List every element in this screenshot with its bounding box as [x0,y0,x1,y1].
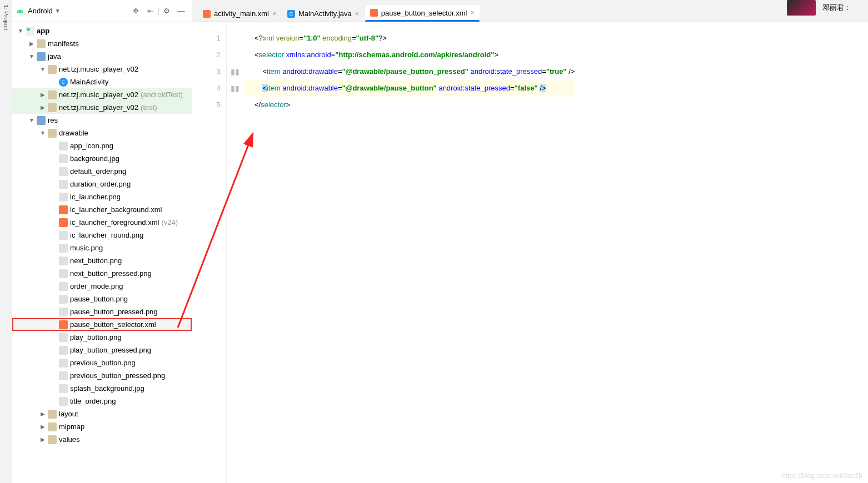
tree-file[interactable]: play_button_pressed.png [12,344,192,356]
image-file-icon [59,180,68,189]
image-file-icon [59,333,68,342]
file-label: default_order.png [70,167,126,175]
file-label: pause_button_selector.xml [70,320,156,329]
tree-node-drawable[interactable]: ▼drawable [12,127,192,139]
tree-file[interactable]: next_button_pressed.png [12,267,192,280]
image-file-icon [59,193,68,202]
project-view-dropdown[interactable]: Android ▼ [28,7,61,15]
project-pane: Android ▼ ✥ ⇤ | ⚙ — ▼app ▶manifests ▼jav… [0,0,192,483]
file-label: next_button.png [70,256,122,265]
tree-file[interactable]: ic_launcher_foreground.xml(v24) [12,216,192,229]
image-file-icon [59,244,68,253]
package-icon [48,90,57,99]
image-file-icon [59,256,68,265]
code-editor[interactable]: 12345 ▮▮▮▮ <?xml version="1.0" encoding=… [192,22,868,483]
tree-file[interactable]: pause_button.png [12,293,192,305]
tree-file[interactable]: previous_button_pressed.png [12,369,192,382]
file-label: background.jpg [70,154,119,163]
java-class-icon: C [287,10,295,18]
folder-icon [37,116,46,125]
image-file-icon [59,142,68,150]
xml-file-icon [370,9,378,17]
editor-tabs: activity_main.xml× CMainActivity.java× p… [192,0,868,22]
avatar-thumbnail [787,0,816,16]
file-label: previous_button_pressed.png [70,371,165,380]
close-icon[interactable]: × [355,10,359,18]
tree-node-layout[interactable]: ▶layout [12,407,192,420]
tree-file[interactable]: background.jpg [12,152,192,165]
tree-node-package-androidtest[interactable]: ▶net.tzj.music_player_v02(androidTest) [12,88,192,101]
tab-activity-main[interactable]: activity_main.xml× [198,5,281,22]
image-file-icon [59,167,68,176]
folder-icon [48,410,57,419]
xml-file-icon [59,218,68,227]
tree-node-values[interactable]: ▶values [12,433,192,446]
select-opened-file-icon[interactable]: ✥ [130,5,142,17]
tree-node-res[interactable]: ▼res [12,114,192,127]
tool-window-strip: 1: Project [0,0,12,483]
tree-file[interactable]: pause_button_selector.xml [12,318,192,331]
tree-file[interactable]: ic_launcher_background.xml [12,203,192,216]
tab-mainactivity[interactable]: CMainActivity.java× [282,5,364,22]
image-file-icon [59,231,68,240]
tree-file[interactable]: splash_background.jpg [12,382,192,395]
code-area[interactable]: <?xml version="1.0" encoding="utf-8"?> <… [243,22,575,483]
file-label: ic_launcher.png [70,193,121,201]
image-file-icon [59,282,68,291]
svg-point-1 [21,11,22,12]
tree-file[interactable]: title_order.png [12,395,192,407]
file-label: title_order.png [70,397,116,405]
image-file-icon [59,295,68,304]
image-file-icon [59,384,68,393]
tree-file[interactable]: default_order.png [12,165,192,178]
gear-icon[interactable]: ⚙ [161,5,173,17]
tree-node-java[interactable]: ▼java [12,50,192,63]
tree-file[interactable]: play_button.png [12,331,192,344]
tree-node-package-main[interactable]: ▼net.tzj.music_player_v02 [12,63,192,76]
folder-icon [37,39,46,48]
tree-node-mainactivity[interactable]: CMainActivity [12,76,192,88]
tree-file[interactable]: next_button.png [12,254,192,267]
line-number-gutter: 12345 [192,22,227,483]
tree-file[interactable]: ic_launcher.png [12,190,192,203]
tree-file[interactable]: previous_button.png [12,356,192,369]
file-label: ic_launcher_foreground.xml [70,218,159,227]
image-file-icon [59,397,68,406]
file-label: previous_button.png [70,359,136,367]
file-label: next_button_pressed.png [70,269,152,278]
image-file-icon [59,308,68,316]
image-file-icon [59,269,68,278]
hide-panel-icon[interactable]: — [175,5,187,17]
tool-tab-project[interactable]: 1: Project [1,0,12,483]
tree-node-manifests[interactable]: ▶manifests [12,37,192,50]
project-tree[interactable]: ▼app ▶manifests ▼java ▼net.tzj.music_pla… [12,22,192,483]
image-file-icon [59,154,68,163]
collapse-all-icon[interactable]: ⇤ [144,5,157,17]
tree-node-package-test[interactable]: ▶net.tzj.music_player_v02(test) [12,101,192,114]
file-label: play_button_pressed.png [70,346,151,354]
image-file-icon [59,359,68,368]
close-icon[interactable]: × [471,9,475,17]
project-header: Android ▼ ✥ ⇤ | ⚙ — [12,0,192,22]
tree-file[interactable]: ic_launcher_round.png [12,229,192,242]
xml-file-icon [59,320,68,329]
xml-file-icon [203,10,211,18]
external-music-player: 邓丽君： [787,0,851,16]
tree-file[interactable]: order_mode.png [12,280,192,293]
package-icon [48,103,57,112]
qualifier-suffix: (v24) [161,218,178,227]
tree-file[interactable]: pause_button_pressed.png [12,305,192,318]
folder-icon [48,435,57,444]
svg-point-0 [18,11,19,12]
tree-node-app[interactable]: ▼app [12,24,192,37]
folder-icon [48,129,57,138]
tree-file[interactable]: duration_order.png [12,178,192,190]
image-file-icon [59,346,68,355]
tab-pause-selector[interactable]: pause_button_selector.xml× [365,5,480,22]
close-icon[interactable]: × [272,10,276,18]
module-icon [26,27,34,36]
tree-file[interactable]: music.png [12,242,192,254]
tree-node-mipmap[interactable]: ▶mipmap [12,420,192,433]
tree-file[interactable]: app_icon.png [12,139,192,152]
file-label: app_icon.png [70,142,113,150]
